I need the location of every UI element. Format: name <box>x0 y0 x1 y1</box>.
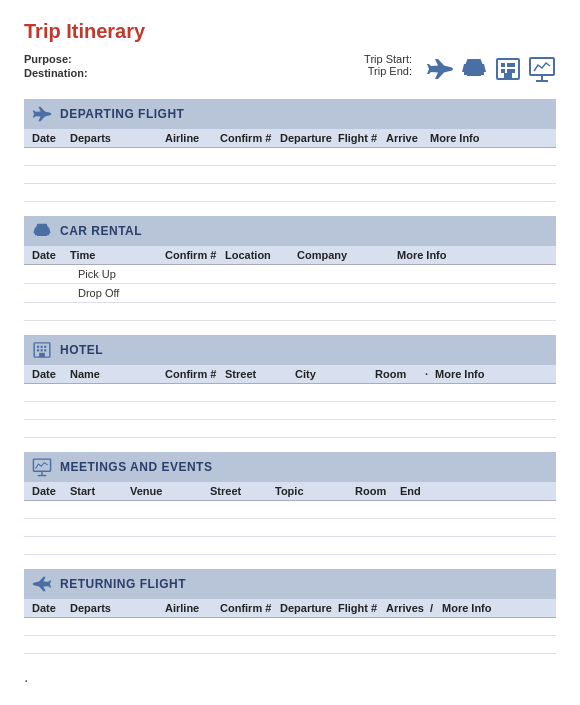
col-confirm-dep: Confirm # <box>220 132 280 144</box>
destination-label: Destination: <box>24 67 88 79</box>
car-dropoff-row: Drop Off <box>24 284 556 303</box>
col-date-dep: Date <box>32 132 70 144</box>
svg-point-1 <box>478 70 482 74</box>
car-pickup-row: Pick Up <box>24 265 556 284</box>
car-rental-title: CAR RENTAL <box>60 224 142 238</box>
svg-rect-10 <box>530 58 554 75</box>
hotel-row-1 <box>24 384 556 402</box>
col-room-meet: Room <box>355 485 400 497</box>
col-moreinfo-dep: More Info <box>430 132 548 144</box>
building-icon <box>494 55 522 83</box>
svg-rect-22 <box>39 353 45 357</box>
svg-point-0 <box>466 70 470 74</box>
col-room-hotel: Room <box>375 368 425 380</box>
hotel-building-icon <box>32 340 52 360</box>
departing-header: DEPARTING FLIGHT <box>24 99 556 129</box>
trip-end-label: Trip End: <box>364 65 412 77</box>
col-street-hotel: Street <box>225 368 295 380</box>
pickup-label: Pick Up <box>70 268 165 280</box>
svg-rect-5 <box>511 63 515 67</box>
page-title: Trip Itinerary <box>24 20 556 43</box>
meetings-row-1 <box>24 501 556 519</box>
col-departure-dep: Departure <box>280 132 338 144</box>
svg-point-14 <box>45 232 48 235</box>
returning-header: RETURNING FLIGHT <box>24 569 556 599</box>
col-date-car: Date <box>32 249 70 261</box>
svg-rect-3 <box>501 63 505 67</box>
purpose-label: Purpose: <box>24 53 72 65</box>
car-rental-table-header: Date Time Confirm # Location Company Mor… <box>24 246 556 265</box>
returning-row-1 <box>24 618 556 636</box>
meetings-row-3 <box>24 537 556 555</box>
col-date-meet: Date <box>32 485 70 497</box>
trip-purpose-destination: Purpose: Destination: <box>24 53 94 81</box>
car-rental-section: CAR RENTAL Date Time Confirm # Location … <box>24 216 556 321</box>
col-topic-meet: Topic <box>275 485 355 497</box>
col-arrives-ret: Arrives <box>386 602 430 614</box>
svg-rect-16 <box>37 346 39 348</box>
col-city-hotel: City <box>295 368 375 380</box>
col-date-hotel: Date <box>32 368 70 380</box>
svg-rect-7 <box>507 69 511 73</box>
svg-rect-8 <box>511 69 515 73</box>
meetings-chart-icon <box>32 457 52 477</box>
meetings-header: MEETINGS AND EVENTS <box>24 452 556 482</box>
col-arrive-dep: Arrive <box>386 132 430 144</box>
departing-row-2 <box>24 166 556 184</box>
col-company-car: Company <box>297 249 397 261</box>
svg-point-13 <box>36 232 39 235</box>
col-airline-dep: Airline <box>165 132 220 144</box>
departing-table-header: Date Departs Airline Confirm # Departure… <box>24 129 556 148</box>
col-departs-dep: Departs <box>70 132 165 144</box>
departing-plane-icon <box>32 104 52 124</box>
col-name-hotel: Name <box>70 368 165 380</box>
svg-rect-6 <box>501 69 505 73</box>
car-rental-icon <box>32 221 52 241</box>
meetings-title: MEETINGS AND EVENTS <box>60 460 212 474</box>
svg-rect-21 <box>44 349 46 351</box>
departing-row-1 <box>24 148 556 166</box>
top-info: Purpose: Destination: Trip Start: Trip E… <box>24 53 556 83</box>
trip-start-label: Trip Start: <box>364 53 412 65</box>
car-icon <box>460 55 488 83</box>
svg-rect-18 <box>44 346 46 348</box>
chart-icon <box>528 55 556 83</box>
hotel-section: HOTEL Date Name Confirm # Street City Ro… <box>24 335 556 438</box>
returning-row-2 <box>24 636 556 654</box>
meetings-table-header: Date Start Venue Street Topic Room End <box>24 482 556 501</box>
plane-icon <box>426 55 454 83</box>
returning-plane-icon <box>32 574 52 594</box>
hotel-row-2 <box>24 402 556 420</box>
car-row-3 <box>24 303 556 321</box>
col-time-car: Time <box>70 249 165 261</box>
col-location-car: Location <box>225 249 297 261</box>
col-confirm-ret: Confirm # <box>220 602 280 614</box>
meetings-section: MEETINGS AND EVENTS Date Start Venue Str… <box>24 452 556 555</box>
col-departure-ret: Departure <box>280 602 338 614</box>
col-moreinfo-ret: More Info <box>442 602 548 614</box>
returning-flight-section: RETURNING FLIGHT Date Departs Airline Co… <box>24 569 556 654</box>
hotel-title: HOTEL <box>60 343 103 357</box>
col-confirm-hotel: Confirm # <box>165 368 225 380</box>
svg-rect-20 <box>41 349 43 351</box>
departing-row-3 <box>24 184 556 202</box>
svg-rect-17 <box>41 346 43 348</box>
col-end-meet: End <box>400 485 548 497</box>
returning-table-header: Date Departs Airline Confirm # Departure… <box>24 599 556 618</box>
col-flight-dep: Flight # <box>338 132 386 144</box>
svg-rect-9 <box>504 73 512 79</box>
col-flight-ret: Flight # <box>338 602 386 614</box>
col-moreinfo-car: More Info <box>397 249 548 261</box>
returning-title: RETURNING FLIGHT <box>60 577 186 591</box>
col-departs-ret: Departs <box>70 602 165 614</box>
meetings-row-2 <box>24 519 556 537</box>
departing-title: DEPARTING FLIGHT <box>60 107 184 121</box>
col-date-ret: Date <box>32 602 70 614</box>
dropoff-label: Drop Off <box>70 287 165 299</box>
svg-rect-4 <box>507 63 511 67</box>
col-street-meet: Street <box>210 485 275 497</box>
col-start-meet: Start <box>70 485 130 497</box>
col-confirm-car: Confirm # <box>165 249 225 261</box>
departing-flight-section: DEPARTING FLIGHT Date Departs Airline Co… <box>24 99 556 202</box>
col-dot-hotel: · <box>425 368 435 380</box>
